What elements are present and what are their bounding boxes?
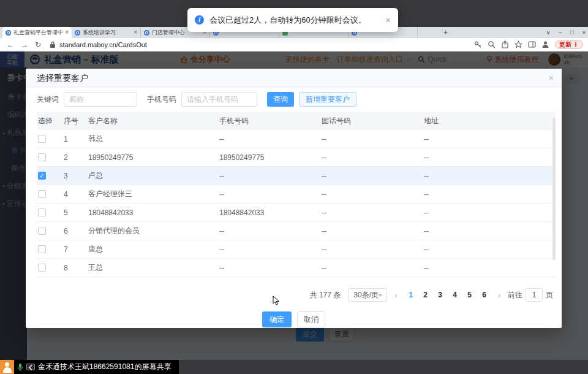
cancel-button[interactable]: 取消 xyxy=(297,311,325,327)
customer-name-cell: 18048842033 xyxy=(85,208,216,217)
side-panel-icon[interactable] xyxy=(528,40,536,48)
row-checkbox[interactable] xyxy=(38,153,46,161)
confirm-button[interactable]: 确定 xyxy=(262,311,292,327)
page-number[interactable]: 3 xyxy=(434,288,447,302)
goto-label: 前往 xyxy=(508,290,522,300)
page-size-value: 30条/页 xyxy=(353,291,379,299)
browser-toolbar: ← → ↻ standard.maboy.cn/CardsOut 更新 ⋮ xyxy=(0,38,588,52)
browser-menu-icon[interactable]: ⋮ xyxy=(573,41,579,48)
meeting-toast: i 会议已超过2人，自动转为60分钟限时会议。 × xyxy=(187,8,398,32)
address-bar[interactable]: standard.maboy.cn/CardsOut xyxy=(50,41,474,48)
table-row[interactable]: 8王总------ xyxy=(37,259,556,277)
browser-tab[interactable]: 系统培训学习× xyxy=(72,27,141,38)
table-row[interactable]: ✓3卢总------ xyxy=(37,167,556,185)
table-row[interactable]: 21895024977518950249775---- xyxy=(37,148,556,167)
address-cell: -- xyxy=(420,227,556,235)
row-checkbox[interactable]: ✓ xyxy=(38,172,46,180)
tab-close-icon[interactable]: × xyxy=(134,29,137,36)
tab-menu-icon[interactable]: ∨ xyxy=(546,29,551,36)
landline-cell: -- xyxy=(318,135,420,143)
toast-close-icon[interactable]: × xyxy=(385,15,391,25)
phone-input[interactable] xyxy=(181,92,257,107)
mobile-cell: -- xyxy=(216,190,318,199)
customer-name-cell: 客户经理张三 xyxy=(85,189,216,199)
maximize-icon[interactable]: □ xyxy=(570,29,573,36)
forward-icon[interactable]: → xyxy=(21,40,28,49)
row-index: 7 xyxy=(60,245,85,254)
page-number[interactable]: 1 xyxy=(405,288,417,302)
table-row[interactable]: 6分销代理的会员------ xyxy=(37,222,556,240)
keyword-input[interactable] xyxy=(64,92,137,107)
table-scrollbar[interactable] xyxy=(552,118,556,260)
modal-close-icon[interactable]: × xyxy=(548,69,554,87)
landline-cell: -- xyxy=(318,227,420,235)
goto-page-input[interactable] xyxy=(526,288,543,302)
page-number[interactable]: 6 xyxy=(478,288,491,302)
select-cell: ✓ xyxy=(37,172,60,180)
row-checkbox[interactable] xyxy=(38,208,46,216)
select-cell xyxy=(37,153,60,161)
tab-title: 系统培训学习 xyxy=(83,29,131,37)
customer-name-cell: 唐总 xyxy=(85,244,216,254)
add-customer-button[interactable]: 新增重要客户 xyxy=(299,92,356,107)
key-icon[interactable] xyxy=(474,40,482,48)
modal-header: 选择重要客户 × xyxy=(26,69,562,87)
customer-name-cell: 18950249775 xyxy=(85,153,216,162)
table-row[interactable]: 1韩总------ xyxy=(37,130,556,148)
address-cell: -- xyxy=(420,135,556,143)
address-cell: -- xyxy=(420,190,556,199)
page-number[interactable]: 4 xyxy=(449,288,461,302)
customer-name-cell: 王总 xyxy=(85,262,216,273)
prev-page-icon[interactable]: ‹ xyxy=(394,291,397,300)
mobile-cell: 18950249775 xyxy=(216,153,318,162)
next-page-icon[interactable]: › xyxy=(498,291,500,300)
profile-icon[interactable] xyxy=(541,40,549,48)
address-cell: -- xyxy=(420,153,556,162)
column-header: 客户名称 xyxy=(85,116,216,126)
mouse-cursor xyxy=(272,296,281,305)
select-cell xyxy=(37,208,60,216)
bookmark-star-icon[interactable] xyxy=(514,40,522,48)
table-row[interactable]: 7唐总------ xyxy=(37,240,556,259)
row-index: 6 xyxy=(60,227,85,235)
back-icon[interactable]: ← xyxy=(7,40,14,49)
update-label: 更新 xyxy=(559,40,571,49)
column-header: 选择 xyxy=(37,116,60,126)
new-tab-button[interactable]: + xyxy=(443,28,448,37)
zoom-icon[interactable] xyxy=(488,40,496,48)
screen-share-icon xyxy=(26,364,35,370)
mobile-cell: -- xyxy=(216,135,318,143)
search-form: 关键词 手机号码 查询 新增重要客户 xyxy=(26,87,562,112)
query-button[interactable]: 查询 xyxy=(267,92,294,107)
row-checkbox[interactable] xyxy=(38,227,46,235)
minimize-icon[interactable]: – xyxy=(559,29,562,36)
browser-tab[interactable]: 礼盒营销平台管理中心× xyxy=(2,27,72,38)
table-body: 1韩总------21895024977518950249775----✓3卢总… xyxy=(37,130,556,282)
update-button[interactable]: 更新 ⋮ xyxy=(555,40,583,49)
tab-close-icon[interactable]: × xyxy=(65,29,69,36)
screen-share-label: 金禾通技术王斌18662591081的屏幕共享 xyxy=(0,360,179,374)
row-checkbox[interactable] xyxy=(38,264,46,272)
row-checkbox[interactable] xyxy=(38,190,46,198)
reload-icon[interactable]: ↻ xyxy=(35,40,41,49)
table-row[interactable]: 51804884203318048842033---- xyxy=(37,204,556,222)
row-checkbox[interactable] xyxy=(38,245,46,253)
table-header-row: 选择序号客户名称手机号码固话号码地址 xyxy=(37,112,556,130)
row-index: 5 xyxy=(60,208,85,217)
page-size-select[interactable]: 30条/页 xyxy=(348,288,387,302)
column-header: 固话号码 xyxy=(318,116,420,126)
select-customer-modal: 选择重要客户 × 关键词 手机号码 查询 新增重要客户 选择序号客户名称手机号码… xyxy=(26,69,562,328)
close-window-icon[interactable]: × xyxy=(582,29,586,36)
page-number[interactable]: 5 xyxy=(464,288,476,302)
mobile-cell: -- xyxy=(216,245,318,254)
microphone-icon[interactable] xyxy=(17,363,23,372)
landline-cell: -- xyxy=(318,153,420,162)
column-header: 地址 xyxy=(420,116,556,126)
share-icon[interactable] xyxy=(501,40,509,48)
mobile-cell: 18048842033 xyxy=(216,208,318,217)
customer-name-cell: 韩总 xyxy=(85,134,216,144)
goto-suffix: 页 xyxy=(546,290,553,300)
table-row[interactable]: 4客户经理张三------ xyxy=(37,185,556,204)
row-checkbox[interactable] xyxy=(38,135,46,143)
page-number[interactable]: 2 xyxy=(420,288,432,302)
